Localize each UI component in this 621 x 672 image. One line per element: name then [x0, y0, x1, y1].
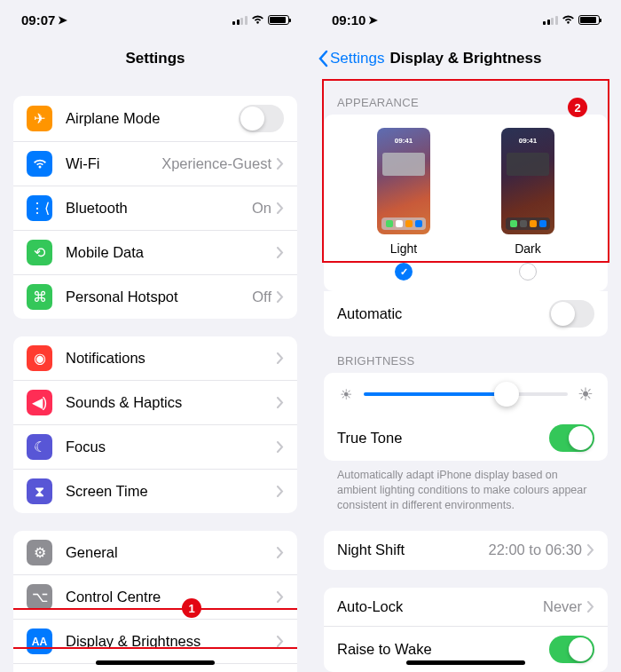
row-bluetooth[interactable]: ⋮⟨ Bluetooth On	[13, 186, 297, 231]
row-label: Night Shift	[337, 542, 488, 558]
chevron-icon	[587, 601, 594, 613]
row-screentime[interactable]: ⧗ Screen Time	[13, 470, 297, 513]
row-autolock[interactable]: Auto-Lock Never	[324, 588, 608, 627]
row-notifications[interactable]: ◉ Notifications	[13, 336, 297, 381]
chevron-icon	[277, 202, 284, 214]
battery-icon	[578, 15, 600, 25]
sun-small-icon: ☀	[337, 385, 355, 403]
row-label: Auto-Lock	[337, 598, 543, 615]
antenna-icon: ⟲	[27, 240, 52, 265]
chevron-icon	[277, 591, 284, 603]
row-automatic[interactable]: Automatic	[324, 291, 608, 336]
row-home-screen[interactable]: ⊞ Home Screen	[13, 664, 297, 672]
display-brightness-screen: 09:10 ➤ Settings Display & Brightness AP…	[310, 0, 621, 672]
row-value: Xperience-Guest	[161, 155, 271, 172]
row-display-brightness[interactable]: AA Display & Brightness	[13, 620, 297, 664]
airplane-toggle[interactable]	[239, 105, 284, 132]
brightness-slider[interactable]	[364, 392, 568, 396]
settings-group-notifications: ◉ Notifications ◀) Sounds & Haptics ☾ Fo…	[13, 336, 297, 513]
annotation-badge-1: 1	[182, 598, 201, 618]
sun-large-icon: ☀	[577, 385, 594, 403]
row-general[interactable]: ⚙ General	[13, 531, 297, 575]
row-label: Display & Brightness	[66, 633, 277, 650]
appearance-section: 09:41 Light 09:41 Dark	[324, 115, 608, 291]
row-truetone[interactable]: True Tone	[324, 415, 608, 461]
wifi-icon	[562, 15, 575, 25]
back-label: Settings	[330, 50, 384, 67]
row-value: Never	[543, 598, 582, 615]
row-label: Airplane Mode	[66, 110, 239, 127]
row-nightshift[interactable]: Night Shift 22:00 to 06:30	[324, 531, 608, 570]
automatic-group: Automatic	[324, 291, 608, 336]
appearance-light[interactable]: 09:41 Light	[377, 128, 430, 281]
chevron-icon	[277, 158, 284, 170]
settings-group-connectivity: ✈ Airplane Mode Wi-Fi Xperience-Guest ⋮⟨…	[13, 96, 297, 319]
row-label: Personal Hotspot	[66, 289, 252, 305]
location-icon: ➤	[368, 13, 378, 27]
row-value: On	[252, 200, 271, 217]
truetone-toggle[interactable]	[549, 424, 594, 452]
nav-bar: Settings	[0, 39, 310, 78]
row-label: Automatic	[337, 305, 549, 322]
annotation-badge-2: 2	[568, 98, 587, 117]
back-button[interactable]: Settings	[318, 50, 384, 67]
row-label: Control Centre	[66, 589, 277, 605]
automatic-toggle[interactable]	[549, 300, 594, 328]
row-label: Notifications	[66, 350, 277, 367]
brightness-group: ☀ ☀ True Tone	[324, 373, 608, 461]
row-label: Focus	[66, 439, 277, 455]
home-indicator[interactable]	[96, 660, 215, 665]
hourglass-icon: ⧗	[27, 478, 52, 504]
row-sounds[interactable]: ◀) Sounds & Haptics	[13, 381, 297, 425]
gear-icon: ⚙	[27, 540, 52, 565]
settings-main-screen: 09:07 ➤ Settings ✈ Airplane Mode Wi-Fi X…	[0, 0, 310, 672]
chevron-icon	[277, 247, 284, 258]
row-focus[interactable]: ☾ Focus	[13, 425, 297, 470]
home-indicator[interactable]	[406, 660, 525, 665]
page-title: Settings	[125, 50, 185, 67]
brightness-header: BRIGHTNESS	[310, 336, 621, 373]
row-value: 22:00 to 06:30	[488, 542, 582, 558]
chevron-icon	[277, 397, 284, 408]
slider-thumb[interactable]	[494, 382, 519, 407]
row-hotspot[interactable]: ⌘ Personal Hotspot Off	[13, 275, 297, 319]
row-control-centre[interactable]: ⌥ Control Centre	[13, 575, 297, 620]
truetone-description: Automatically adapt iPhone display based…	[310, 461, 621, 513]
row-label: Raise to Wake	[337, 641, 549, 658]
light-label: Light	[390, 241, 417, 256]
chevron-icon	[277, 441, 284, 453]
appearance-dark[interactable]: 09:41 Dark	[501, 128, 554, 281]
chevron-icon	[277, 636, 284, 647]
aa-icon: AA	[27, 629, 52, 654]
chevron-icon	[587, 544, 594, 556]
raise-toggle[interactable]	[549, 636, 594, 663]
bluetooth-icon: ⋮⟨	[27, 195, 52, 221]
chevron-icon	[277, 291, 284, 303]
status-time: 09:10	[332, 12, 366, 28]
speaker-icon: ◀)	[27, 390, 52, 415]
row-airplane[interactable]: ✈ Airplane Mode	[13, 96, 297, 142]
row-value: Off	[252, 289, 271, 305]
dark-label: Dark	[515, 241, 541, 256]
moon-icon: ☾	[27, 434, 52, 460]
cellular-icon	[543, 15, 558, 25]
dark-radio[interactable]	[519, 263, 537, 281]
row-label: Mobile Data	[66, 244, 277, 261]
wifi-icon	[251, 15, 264, 25]
battery-icon	[268, 15, 289, 25]
airplane-icon: ✈	[27, 106, 52, 131]
row-label: Bluetooth	[66, 200, 252, 217]
light-radio[interactable]	[395, 263, 413, 281]
light-preview: 09:41	[377, 128, 430, 234]
row-mobile-data[interactable]: ⟲ Mobile Data	[13, 231, 297, 275]
row-wifi[interactable]: Wi-Fi Xperience-Guest	[13, 142, 297, 186]
location-icon: ➤	[58, 13, 67, 27]
switches-icon: ⌥	[27, 584, 52, 610]
row-label: Sounds & Haptics	[66, 394, 277, 411]
link-icon: ⌘	[27, 284, 52, 310]
nightshift-group: Night Shift 22:00 to 06:30	[324, 531, 608, 570]
chevron-icon	[277, 547, 284, 558]
row-label: Wi-Fi	[66, 155, 161, 172]
page-title: Display & Brightness	[390, 50, 542, 67]
brightness-slider-row[interactable]: ☀ ☀	[324, 373, 608, 415]
